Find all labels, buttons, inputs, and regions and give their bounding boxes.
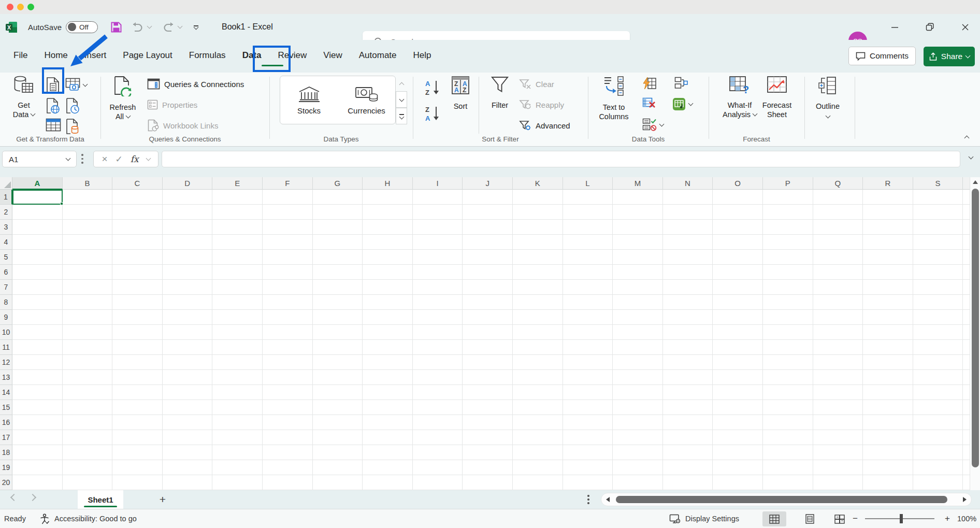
cell-O10[interactable] bbox=[713, 325, 763, 340]
cell-F17[interactable] bbox=[263, 430, 313, 445]
cell-D17[interactable] bbox=[163, 430, 213, 445]
cell-N10[interactable] bbox=[663, 325, 713, 340]
cell-M5[interactable] bbox=[613, 250, 663, 265]
cell-J20[interactable] bbox=[463, 475, 513, 490]
cell-J16[interactable] bbox=[463, 415, 513, 430]
cell-L3[interactable] bbox=[563, 220, 613, 235]
add-sheet-button[interactable]: + bbox=[155, 492, 170, 507]
mac-close-dot[interactable] bbox=[7, 4, 13, 10]
cell-P20[interactable] bbox=[763, 475, 813, 490]
sheet-tab-sheet1[interactable]: Sheet1 bbox=[78, 490, 123, 509]
cell-Q2[interactable] bbox=[813, 205, 863, 220]
cell-E1[interactable] bbox=[212, 190, 263, 205]
cell-R13[interactable] bbox=[863, 370, 913, 385]
scroll-right-icon[interactable] bbox=[963, 497, 967, 502]
cell-N19[interactable] bbox=[663, 460, 713, 475]
page-layout-view-button[interactable] bbox=[798, 511, 822, 526]
cell-R17[interactable] bbox=[863, 430, 913, 445]
cell-C11[interactable] bbox=[112, 340, 163, 355]
cell-S17[interactable] bbox=[913, 430, 963, 445]
cell-E5[interactable] bbox=[212, 250, 263, 265]
cell-O2[interactable] bbox=[713, 205, 763, 220]
cell-J7[interactable] bbox=[463, 280, 513, 295]
column-header-N[interactable]: N bbox=[663, 177, 713, 190]
cell-N7[interactable] bbox=[663, 280, 713, 295]
cell-Q20[interactable] bbox=[813, 475, 863, 490]
cell-I7[interactable] bbox=[413, 280, 463, 295]
cell-Q6[interactable] bbox=[813, 265, 863, 280]
cell-J17[interactable] bbox=[463, 430, 513, 445]
cell-J2[interactable] bbox=[463, 205, 513, 220]
cell-B18[interactable] bbox=[63, 445, 113, 460]
cell-L16[interactable] bbox=[563, 415, 613, 430]
cell-L6[interactable] bbox=[563, 265, 613, 280]
cell-D3[interactable] bbox=[163, 220, 213, 235]
mac-zoom-dot[interactable] bbox=[27, 4, 34, 10]
scroll-left-icon[interactable] bbox=[606, 497, 610, 502]
undo-dropdown-icon[interactable] bbox=[147, 23, 152, 28]
cell-G9[interactable] bbox=[313, 310, 363, 325]
cell-A5[interactable] bbox=[12, 250, 63, 265]
cell-P1[interactable] bbox=[763, 190, 813, 205]
cell-C8[interactable] bbox=[112, 295, 163, 310]
cell-H2[interactable] bbox=[363, 205, 413, 220]
cell-H13[interactable] bbox=[363, 370, 413, 385]
scroll-up-icon[interactable] bbox=[973, 180, 978, 184]
cell-P12[interactable] bbox=[763, 355, 813, 370]
cell-B19[interactable] bbox=[63, 460, 113, 475]
share-button[interactable]: Share bbox=[924, 47, 975, 66]
cell-P6[interactable] bbox=[763, 265, 813, 280]
cell-O12[interactable] bbox=[713, 355, 763, 370]
cell-G17[interactable] bbox=[313, 430, 363, 445]
cell-H3[interactable] bbox=[363, 220, 413, 235]
column-header-K[interactable]: K bbox=[513, 177, 563, 190]
cell-C19[interactable] bbox=[112, 460, 163, 475]
row-header-14[interactable]: 14 bbox=[0, 385, 12, 400]
vertical-scrollbar-thumb[interactable] bbox=[972, 189, 979, 467]
column-header-S[interactable]: S bbox=[913, 177, 963, 190]
cell-G1[interactable] bbox=[313, 190, 363, 205]
row-header-13[interactable]: 13 bbox=[0, 370, 12, 385]
cell-D16[interactable] bbox=[163, 415, 213, 430]
cell-J6[interactable] bbox=[463, 265, 513, 280]
cell-I15[interactable] bbox=[413, 400, 463, 415]
horizontal-scrollbar[interactable] bbox=[601, 493, 972, 506]
cell-Q14[interactable] bbox=[813, 385, 863, 400]
cell-G14[interactable] bbox=[313, 385, 363, 400]
cell-S18[interactable] bbox=[913, 445, 963, 460]
cell-S3[interactable] bbox=[913, 220, 963, 235]
cell-O4[interactable] bbox=[713, 235, 763, 250]
cell-F9[interactable] bbox=[263, 310, 313, 325]
cell-I9[interactable] bbox=[413, 310, 463, 325]
cell-C16[interactable] bbox=[112, 415, 163, 430]
cell-E16[interactable] bbox=[212, 415, 263, 430]
cell-Q19[interactable] bbox=[813, 460, 863, 475]
cell-G4[interactable] bbox=[313, 235, 363, 250]
cell-L1[interactable] bbox=[563, 190, 613, 205]
cell-R18[interactable] bbox=[863, 445, 913, 460]
cell-J13[interactable] bbox=[463, 370, 513, 385]
filter-button[interactable]: Filter bbox=[485, 75, 515, 110]
cell-R20[interactable] bbox=[863, 475, 913, 490]
cell-S13[interactable] bbox=[913, 370, 963, 385]
cell-H10[interactable] bbox=[363, 325, 413, 340]
cell-I13[interactable] bbox=[413, 370, 463, 385]
column-header-I[interactable]: I bbox=[413, 177, 463, 190]
row-header-10[interactable]: 10 bbox=[0, 325, 12, 340]
cell-C12[interactable] bbox=[112, 355, 163, 370]
cell-O11[interactable] bbox=[713, 340, 763, 355]
cell-B3[interactable] bbox=[63, 220, 113, 235]
row-header-4[interactable]: 4 bbox=[0, 235, 12, 250]
cell-K13[interactable] bbox=[513, 370, 563, 385]
expand-formula-bar-icon[interactable] bbox=[969, 154, 974, 160]
cell-J1[interactable] bbox=[463, 190, 513, 205]
cell-R1[interactable] bbox=[863, 190, 913, 205]
cell-E2[interactable] bbox=[212, 205, 263, 220]
cell-O14[interactable] bbox=[713, 385, 763, 400]
cell-M7[interactable] bbox=[613, 280, 663, 295]
cell-C13[interactable] bbox=[112, 370, 163, 385]
cell-S6[interactable] bbox=[913, 265, 963, 280]
cell-C10[interactable] bbox=[112, 325, 163, 340]
cell-L8[interactable] bbox=[563, 295, 613, 310]
cell-F10[interactable] bbox=[263, 325, 313, 340]
